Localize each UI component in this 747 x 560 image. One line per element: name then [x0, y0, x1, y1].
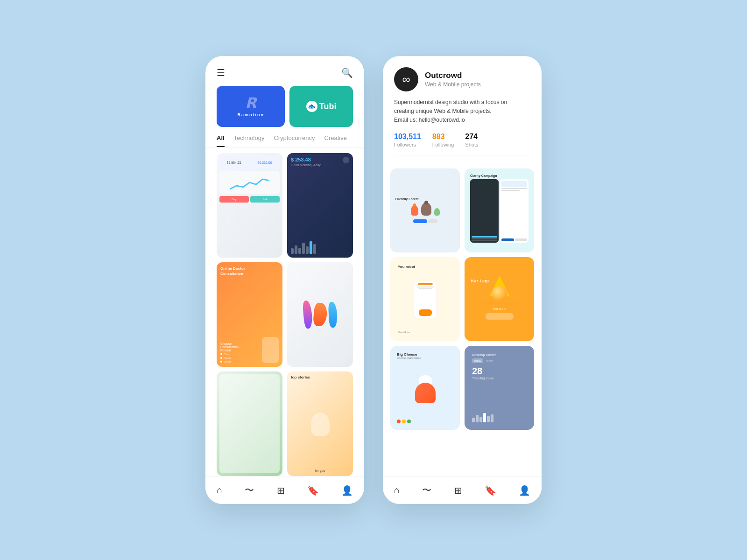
- weather-content: Desktop Control Today Week 28 Trending t…: [468, 350, 530, 426]
- bookmark-nav-icon[interactable]: 🔖: [307, 485, 319, 496]
- profile-text: Outcrowd Web & Mobile projects: [425, 71, 481, 88]
- clarity-screens: [470, 179, 529, 243]
- bottom-nav: ⌂ 〜 ⊞ 🔖 👤: [205, 476, 364, 504]
- profile-info: ∞ Outcrowd Web & Mobile projects: [394, 67, 530, 91]
- weather-tabs-mini: Today Week: [472, 358, 527, 363]
- following-value: 883: [432, 133, 454, 141]
- bar-1: [291, 248, 294, 254]
- grid-row-1: ₿2,964.25 ₿6,332.00 Buy Sell: [217, 153, 353, 258]
- tubi-circle-icon: 🐟: [306, 101, 317, 112]
- rooster: [411, 205, 418, 216]
- profile-name: Outcrowd: [425, 71, 481, 80]
- profile-header: ∞ Outcrowd Web & Mobile projects Supermo…: [383, 56, 542, 163]
- kl2-title: Kaz Larp: [468, 279, 489, 283]
- person-silhouette: [311, 413, 330, 436]
- dashboard-greeting: Good Morning, Addy!: [291, 163, 322, 167]
- tab-technology[interactable]: Technology: [234, 134, 265, 147]
- wb-2: [476, 415, 479, 422]
- weather-main: 28 Trending today: [472, 366, 527, 380]
- blob-shape-2: [312, 302, 327, 327]
- friendly-forest-content: Friendly Forest: [394, 172, 456, 249]
- wb-4: [483, 413, 486, 422]
- clarity-light-screen: [500, 179, 529, 243]
- tab-creative[interactable]: Creative: [324, 134, 347, 147]
- stats-row: 103,511 Followers 883 Following 274 Shot…: [394, 133, 530, 155]
- shot-kaz-larp-2[interactable]: Kaz Larp You robot: [465, 257, 534, 341]
- weather-condition: Trending today: [472, 377, 527, 380]
- bc-title: Big Cheese: [397, 352, 453, 357]
- activity-nav-icon[interactable]: 〜: [245, 484, 254, 497]
- card-medical[interactable]: Online DoctorConsultation ChooseConsulta…: [217, 262, 282, 367]
- cl-2: [501, 190, 520, 191]
- bar-7: [313, 244, 316, 254]
- shot-clarity[interactable]: Clarity Campaign: [465, 168, 534, 252]
- shot-big-cheese[interactable]: Big Cheese Choose ingredients: [390, 346, 460, 430]
- kazlarp1-content: You robot See More: [394, 261, 456, 337]
- type-video: Video: [220, 360, 239, 363]
- big-cheese-content: Big Cheese Choose ingredients: [394, 350, 456, 426]
- grid-row-3: top stories for you: [217, 371, 353, 476]
- right-bottom-nav: ⌂ 〜 ⊞ 🔖 👤: [383, 476, 542, 504]
- for-you-label: for you: [315, 469, 325, 472]
- wb-1: [472, 418, 475, 422]
- clarity-dark-screen: [470, 179, 499, 243]
- ff-ui-bars: [413, 219, 437, 223]
- r-profile-nav-icon[interactable]: 👤: [519, 485, 530, 496]
- banner-ramotion[interactable]: 𝗥 Ramotion: [217, 86, 285, 127]
- card-cat[interactable]: top stories for you: [287, 371, 353, 476]
- shot-friendly-forest[interactable]: Friendly Forest: [390, 168, 460, 252]
- menu-icon[interactable]: ☰: [217, 67, 225, 78]
- clarity-line-3: [472, 240, 497, 241]
- r-add-nav-icon[interactable]: ⊞: [454, 485, 462, 496]
- doctor-image: [262, 337, 279, 363]
- followers-label: Followers: [394, 142, 421, 147]
- mini-chart-svg: [221, 173, 278, 192]
- animals-group: [411, 203, 440, 216]
- profile-bio: Supermodernist design studio with a focu…: [394, 98, 530, 125]
- tab-cryptocurrency[interactable]: Cryptocurrency: [274, 134, 315, 147]
- kl2-button: [486, 313, 514, 320]
- home-nav-icon[interactable]: ⌂: [217, 485, 222, 496]
- bar-4: [302, 243, 305, 254]
- search-icon[interactable]: 🔍: [341, 67, 353, 78]
- r-bookmark-nav-icon[interactable]: 🔖: [485, 485, 496, 496]
- top-bar: ☰ 🔍: [205, 56, 364, 86]
- card-crypto[interactable]: ₿2,964.25 ₿6,332.00 Buy Sell: [217, 153, 282, 258]
- card-colorful[interactable]: [287, 262, 353, 367]
- cl-1: [501, 188, 527, 189]
- profile-nav-icon[interactable]: 👤: [341, 485, 353, 496]
- cat-card-inner: top stories for you: [287, 371, 353, 476]
- followers-value: 103,511: [394, 133, 421, 141]
- ff-bar-2: [428, 219, 437, 223]
- card-small-green[interactable]: [217, 371, 282, 476]
- shot-desktop-weather[interactable]: Desktop Control Today Week 28 Trending t…: [465, 346, 534, 430]
- blob-shape-3: [328, 301, 338, 328]
- kl-device-group: [398, 271, 452, 329]
- bar-3: [298, 248, 301, 254]
- medical-subtitle: ChooseConsultationFormat: [220, 342, 239, 352]
- kl-bar-3: [419, 288, 432, 289]
- top-stories-label: top stories: [291, 375, 310, 379]
- shots-value: 274: [465, 133, 478, 141]
- right-phone: ∞ Outcrowd Web & Mobile projects Supermo…: [383, 56, 542, 504]
- kl-cta: [419, 309, 432, 316]
- clarity-line-1: [472, 236, 497, 238]
- kl2-desc: You robot: [493, 307, 507, 310]
- dark-card-inner: $ 253.48 Good Morning, Addy!: [287, 153, 353, 258]
- banner-tubi[interactable]: 🐟 Tubi: [289, 86, 353, 127]
- tab-all[interactable]: All: [217, 134, 225, 147]
- tubi-text: Tubi: [319, 102, 337, 112]
- r-home-nav-icon[interactable]: ⌂: [394, 485, 400, 496]
- kl-title-1: You robot: [398, 265, 452, 269]
- add-nav-icon[interactable]: ⊞: [277, 485, 285, 496]
- shot-kaz-larp-1[interactable]: You robot See More: [390, 257, 460, 341]
- clarity-title: Clarity Campaign: [470, 174, 529, 177]
- stat-following: 883 Following: [432, 133, 454, 147]
- type-chat: Chat: [220, 353, 239, 356]
- ff-bar-1: [413, 219, 427, 223]
- r-activity-nav-icon[interactable]: 〜: [422, 484, 431, 497]
- tubi-logo: 🐟 Tubi: [306, 101, 337, 112]
- kl-phone-mock: [414, 281, 437, 318]
- stat-shots: 274 Shots: [465, 133, 478, 147]
- card-dashboard[interactable]: $ 253.48 Good Morning, Addy!: [287, 153, 353, 258]
